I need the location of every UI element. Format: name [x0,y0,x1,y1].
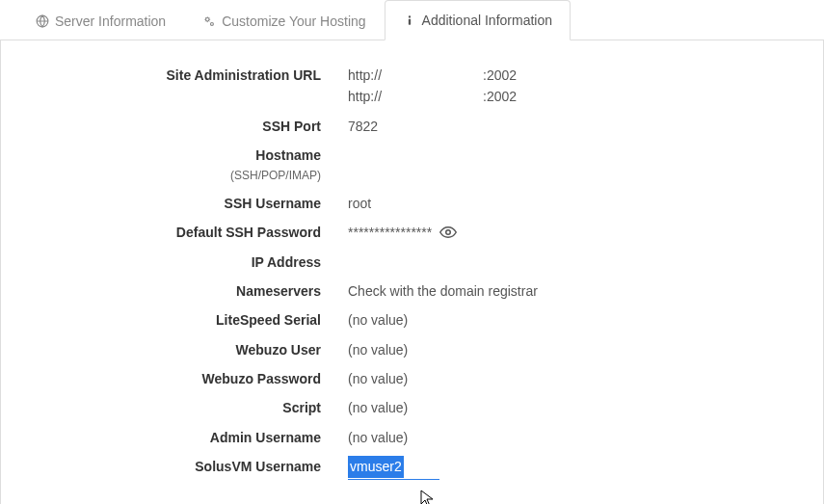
value-admin-username: (no value) [348,427,804,448]
tab-server-information[interactable]: Server Information [17,0,184,40]
label-litespeed-serial: LiteSpeed Serial [20,309,348,331]
label-webuzo-user: Webuzo User [20,339,348,360]
info-icon [403,13,416,27]
mouse-cursor [420,490,804,504]
url-port-1: :2002 [483,65,517,86]
tabs-bar: Server Information Customize Your Hostin… [0,0,824,40]
eye-icon[interactable] [439,225,457,239]
value-webuzo-password: (no value) [348,368,804,389]
label-hostname-sub: (SSH/POP/IMAP) [20,167,321,185]
svg-point-3 [408,15,410,17]
row-ssh-port: SSH Port 7822 [20,116,804,137]
label-script: Script [20,397,348,418]
row-hostname: Hostname (SSH/POP/IMAP) [20,145,804,185]
row-site-admin-url: Site Administration URL http:// :2002 ht… [20,65,804,108]
row-litespeed-serial: LiteSpeed Serial (no value) [20,309,804,331]
tab-additional-information[interactable]: Additional Information [385,0,571,40]
row-admin-username: Admin Username (no value) [20,427,804,448]
url-prefix-2: http:// [348,86,483,107]
label-ip-address: IP Address [20,252,348,273]
row-default-ssh-password: Default SSH Password **************** [20,222,804,243]
label-ssh-username: SSH Username [20,193,348,214]
svg-point-2 [211,22,214,25]
svg-rect-4 [408,19,410,25]
row-solusvm-username: SolusVM Username vmuser2 [20,456,804,479]
row-webuzo-password: Webuzo Password (no value) [20,368,804,389]
value-default-ssh-password: **************** [348,222,804,243]
tab-label: Additional Information [422,13,552,28]
password-masked: **************** [348,222,432,243]
svg-point-5 [446,230,451,235]
tab-customize-hosting[interactable]: Customize Your Hosting [184,0,384,40]
label-admin-username: Admin Username [20,427,348,448]
url-prefix-1: http:// [348,65,483,86]
value-site-admin-url: http:// :2002 http:// :2002 [348,65,804,108]
row-ssh-username: SSH Username root [20,193,804,214]
url-port-2: :2002 [483,86,517,107]
tab-label: Customize Your Hosting [222,13,365,29]
value-webuzo-user: (no value) [348,339,804,360]
label-site-admin-url: Site Administration URL [20,65,348,86]
tab-label: Server Information [55,13,166,29]
tab-content: Site Administration URL http:// :2002 ht… [0,40,824,504]
label-ssh-port: SSH Port [20,116,348,137]
row-ip-address: IP Address [20,252,804,273]
row-script: Script (no value) [20,397,804,418]
value-ssh-port: 7822 [348,116,804,137]
label-default-ssh-password: Default SSH Password [20,222,348,243]
label-nameservers: Nameservers [20,280,348,302]
value-ssh-username: root [348,193,804,214]
label-webuzo-password: Webuzo Password [20,368,348,389]
gears-icon [202,14,216,28]
row-nameservers: Nameservers Check with the domain regist… [20,280,804,302]
label-solusvm-username: SolusVM Username [20,456,348,477]
value-solusvm-username: vmuser2 [348,456,804,479]
value-script: (no value) [348,397,804,418]
globe-icon [36,14,49,28]
value-nameservers: Check with the domain registrar [348,280,804,302]
label-hostname: Hostname (SSH/POP/IMAP) [20,145,348,185]
value-litespeed-serial: (no value) [348,309,804,331]
label-hostname-text: Hostname [255,147,321,163]
row-webuzo-user: Webuzo User (no value) [20,339,804,360]
solusvm-username-selected[interactable]: vmuser2 [348,456,404,477]
